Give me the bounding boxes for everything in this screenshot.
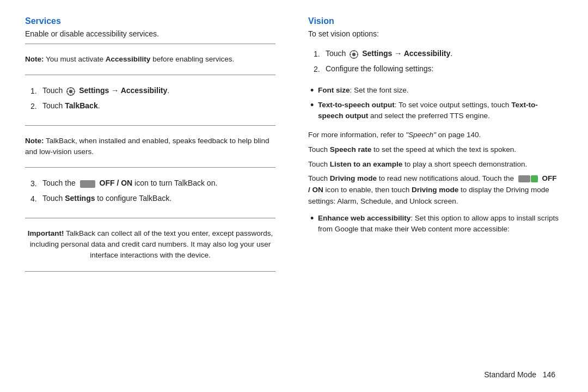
vision-step-num-1: 1. [314,48,326,61]
step-content-1: Touch [42,85,275,97]
step1-bold: Settings → Accessibility [79,86,167,95]
toggle-green [531,175,538,182]
bullet-tts: • Text-to-speech output: To set voice ou… [310,100,559,122]
svg-point-1 [69,90,72,93]
toggle-gray-2 [518,175,530,182]
vision-title: Vision [308,16,559,26]
note1-label: Note: [25,55,44,63]
vision-step-content-1: Touch Settings → Accessibility. [326,48,559,60]
footer: Standard Mode 146 [484,370,555,379]
tts-extra: For more information, refer to "Speech" … [308,130,559,141]
font-size-bold: Font size [318,86,350,94]
note2-label: Note: [25,137,44,145]
bullet-dot-3: • [310,213,318,225]
listen-bold: Listen to an example [330,160,403,168]
steps-1: 1. Touch [25,81,275,120]
speech-italic: "Speech" [406,131,436,139]
vision-step-num-2: 2. [314,63,326,76]
off-on-label: OFF / ON [100,179,133,187]
step-1-1: 1. Touch [30,85,275,98]
step-2-2: 4. Touch Settings to configure TalkBack. [30,193,275,206]
settings-icon [66,85,76,97]
step-1-2: 2. Touch TalkBack. [30,100,275,113]
svg-rect-14 [350,54,351,55]
right-column: Vision To set vision options: 1. Touch [292,16,559,376]
bullet-enhance: • Enhance web accessibility: Set this op… [310,213,559,235]
step-num-4: 4. [30,193,42,206]
step-content-4: Touch Settings to configure TalkBack. [42,193,275,204]
services-title: Services [25,16,275,26]
divider-3 [25,125,275,126]
vision-step-2: 2. Configure the following settings: [314,63,559,76]
step-num-3: 3. [30,177,42,191]
step-content-2: Touch TalkBack. [42,100,275,112]
tts-bold: Text-to-speech output [318,101,395,109]
note1-text: You must activate [44,55,106,63]
important-block: Important! TalkBack can collect all of t… [25,224,275,266]
important-label: Important! [28,229,64,237]
bullet-dot-2: • [310,100,318,112]
vision-settings-icon [349,48,359,60]
svg-rect-15 [357,54,359,55]
note2-text: TalkBack, when installed and enabled, sp… [25,137,270,156]
svg-rect-2 [70,87,71,89]
vision-settings-bold: Settings → Accessibility [362,49,450,58]
step-content-3: Touch the OFF / ON icon to turn TalkBack… [42,177,275,189]
footer-page: 146 [543,370,555,379]
driving-mode-bold2: Driving mode [412,186,458,194]
left-column: Services Enable or disable accessibility… [25,16,292,376]
steps-2: 3. Touch the OFF / ON icon to turn TalkB… [25,173,275,212]
svg-rect-3 [70,95,71,96]
page: Services Enable or disable accessibility… [0,0,588,392]
divider-5 [25,218,275,218]
bullet-list-2: • Enhance web accessibility: Set this op… [308,211,559,241]
svg-rect-4 [66,91,68,92]
step-2-1: 3. Touch the OFF / ON icon to turn TalkB… [30,177,275,191]
bullet-list: • Font size: Set the font size. • Text-t… [308,83,559,127]
bullet-dot-1: • [310,85,318,97]
note1-text2: before enabling services. [150,55,234,63]
speech-rate-bold: Speech rate [330,145,372,154]
bullet-text-1: Font size: Set the font size. [318,85,559,96]
listen-text: Touch Listen to an example to play a sho… [308,159,559,170]
vision-step-content-2: Configure the following settings: [326,63,559,75]
footer-text: Standard Mode [484,370,536,379]
note1-bold: Accessibility [106,55,151,63]
toggle-driving [518,174,538,184]
svg-rect-13 [353,57,354,59]
driving-mode-bold: Driving mode [330,174,377,182]
enhance-bold: Enhance web accessibility [318,214,411,222]
divider-4 [25,167,275,168]
driving-mode-text: Touch Driving mode to read new notificat… [308,173,559,207]
note-1: Note: You must activate Accessibility be… [25,50,275,69]
speech-rate-text: Touch Speech rate to set the speed at wh… [308,144,559,156]
svg-point-11 [352,53,356,56]
note-2: Note: TalkBack, when installed and enabl… [25,131,275,162]
vision-step-1: 1. Touch Settings → Accessibility [314,48,559,61]
divider-6 [25,271,275,272]
settings-bold: Settings [65,194,95,203]
bullet-font-size: • Font size: Set the font size. [310,85,559,97]
svg-rect-12 [353,50,354,52]
bullet-text-3: Enhance web accessibility: Set this opti… [318,213,559,235]
talkback-bold: TalkBack [65,101,97,110]
toggle-gray [80,180,95,188]
bullet-text-2: Text-to-speech output: To set voice outp… [318,100,559,122]
vision-intro: To set vision options: [308,29,559,38]
divider-2 [25,75,275,75]
toggle-off-on [80,179,95,189]
svg-rect-5 [74,91,76,92]
divider-1 [25,44,275,44]
services-subtitle: Enable or disable accessibility services… [25,29,275,38]
vision-steps: 1. Touch Settings → Accessibility [308,44,559,83]
step-num-1: 1. [30,85,42,98]
step-num-2: 2. [30,100,42,113]
